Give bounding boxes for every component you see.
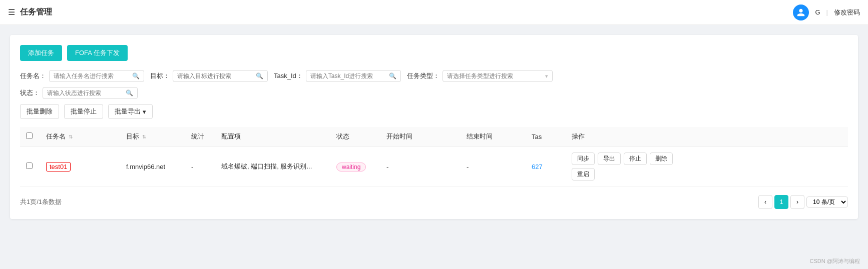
th-stats: 统计 [185,127,215,146]
status-filter-label: 状态： [20,88,40,98]
row-config: 域名爆破, 端口扫描, 服务识别... [215,146,330,187]
bottom-row: 共1页/1条数据 ‹ 1 › 10 条/页 [20,195,848,209]
filter-row-2: 状态： 🔍 [20,87,848,99]
stop-button[interactable]: 停止 [624,152,647,165]
select-all-checkbox[interactable] [26,132,33,139]
th-status: 状态 [330,127,380,146]
filter-task-name: 任务名： 🔍 [20,70,144,82]
batch-export-button[interactable]: 批量导出 ▾ [108,104,153,119]
row-checkbox-cell [20,146,40,187]
th-target[interactable]: 目标 ⇅ [120,127,185,146]
th-endtime: 结束时间 [461,127,526,146]
filter-status: 状态： 🔍 [20,87,138,99]
action-row: 批量删除 批量停止 批量导出 ▾ [20,104,848,119]
row-checkbox[interactable] [26,162,33,169]
row-stats: - [185,146,215,187]
export-chevron-icon: ▾ [143,108,146,116]
filter-target: 目标： 🔍 [150,70,268,82]
toolbar: 添加任务 FOFA 任务下发 [20,45,848,61]
header-left: ☰ 任务管理 [8,7,52,18]
filter-task-type: 任务类型： ▾ [407,70,553,82]
status-search-icon: 🔍 [126,90,133,96]
add-task-button[interactable]: 添加任务 [20,45,62,61]
row-target: f.mnvip66.net [120,146,185,187]
th-config: 配置项 [215,127,330,146]
row-endtime: - [461,146,526,187]
restart-button[interactable]: 重启 [572,168,595,180]
batch-delete-button[interactable]: 批量删除 [20,104,59,119]
target-sort-icon: ⇅ [142,134,146,140]
main-content: 添加任务 FOFA 任务下发 任务名： 🔍 目标： 🔍 Task_Id： [0,25,868,269]
task-name-label: 任务名： [20,72,46,80]
row-actions: 同步 导出 停止 删除 重启 [566,146,848,187]
sync-button[interactable]: 同步 [572,152,595,165]
page-title: 任务管理 [20,7,52,18]
th-actions: 操作 [566,127,848,146]
target-label: 目标： [150,72,170,80]
th-taskname[interactable]: 任务名 ⇅ [40,127,120,146]
export-button[interactable]: 导出 [598,152,621,165]
page-1-button[interactable]: 1 [774,195,788,209]
table-header: 任务名 ⇅ 目标 ⇅ 统计 配置项 状态 开始时间 结束时间 Tas [20,127,848,146]
th-taskid: Tas [526,127,566,146]
task-type-select-wrap: ▾ [443,70,553,82]
menu-icon[interactable]: ☰ [8,8,15,17]
task-management-card: 添加任务 FOFA 任务下发 任务名： 🔍 目标： 🔍 Task_Id： [10,35,858,219]
app-header: ☰ 任务管理 G | 修改密码 [0,0,868,25]
prev-page-button[interactable]: ‹ [758,195,772,209]
taskname-sort-icon: ⇅ [69,134,73,140]
next-page-button[interactable]: › [790,195,804,209]
th-starttime: 开始时间 [380,127,461,146]
taskid-label: Task_Id： [274,72,303,80]
status-badge: waiting [336,162,366,172]
status-input[interactable] [47,90,124,96]
row-taskname: test01 [40,146,120,187]
page-size-select[interactable]: 10 条/页 [806,196,848,208]
batch-stop-button[interactable]: 批量停止 [64,104,103,119]
taskid-input-wrap: 🔍 [306,70,401,82]
target-input-wrap: 🔍 [173,70,268,82]
th-checkbox [20,127,40,146]
table-body: test01 f.mnvip66.net - 域名爆破, 端口扫描, 服务识别.… [20,146,848,187]
task-table: 任务名 ⇅ 目标 ⇅ 统计 配置项 状态 开始时间 结束时间 Tas [20,127,848,187]
avatar [793,4,809,20]
row-status: waiting [330,146,380,187]
action-btn-group: 同步 导出 停止 删除 [572,152,842,165]
table-scroll-container: 任务名 ⇅ 目标 ⇅ 统计 配置项 状态 开始时间 结束时间 Tas [20,127,848,187]
taskid-input[interactable] [310,72,387,80]
header-separator: | [826,8,828,16]
fofa-task-button[interactable]: FOFA 任务下发 [67,45,128,61]
status-input-wrap: 🔍 [43,87,138,99]
row-starttime: - [380,146,461,187]
table-row: test01 f.mnvip66.net - 域名爆破, 端口扫描, 服务识别.… [20,146,848,187]
header-right: G | 修改密码 [793,4,860,20]
task-name-input[interactable] [54,72,130,80]
filter-taskid: Task_Id： 🔍 [274,70,401,82]
row-taskid: 627 [526,146,566,187]
target-input[interactable] [177,72,254,80]
task-name-input-wrap: 🔍 [49,70,144,82]
restart-row: 重启 [572,168,842,180]
watermark: CSDN @阿涛与编程 [810,258,860,265]
pagination-summary: 共1页/1条数据 [20,198,62,206]
target-search-icon: 🔍 [256,72,263,80]
delete-button[interactable]: 删除 [650,152,673,165]
taskid-search-icon: 🔍 [389,72,396,80]
change-password-link[interactable]: 修改密码 [834,8,860,17]
task-name-link[interactable]: test01 [46,162,71,172]
filter-row-1: 任务名： 🔍 目标： 🔍 Task_Id： 🔍 [20,70,848,82]
task-type-label: 任务类型： [407,72,440,80]
task-type-input[interactable] [447,72,543,80]
task-name-search-icon: 🔍 [132,72,140,80]
pagination-controls: ‹ 1 › 10 条/页 [758,195,848,209]
task-type-chevron-icon: ▾ [545,73,548,80]
user-initial: G [815,8,820,16]
